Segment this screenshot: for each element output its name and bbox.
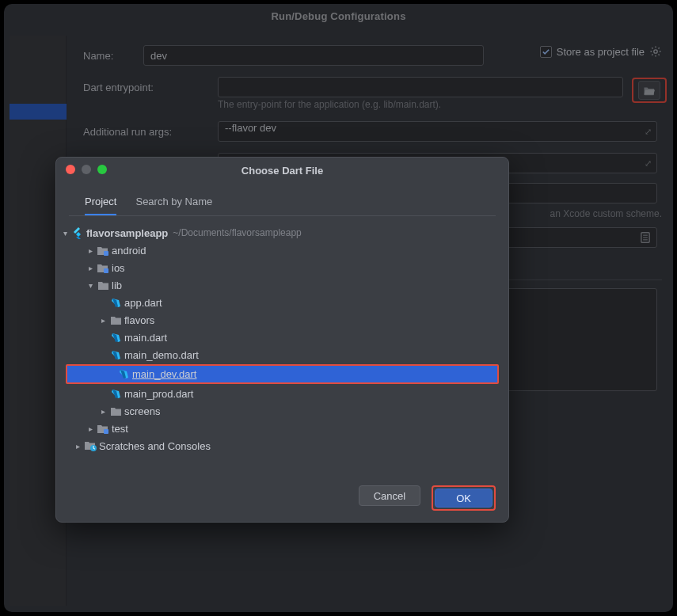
tree-item[interactable]: ▸flavors xyxy=(59,311,505,329)
tree-item[interactable]: ▸screens xyxy=(59,402,505,420)
dialog-title: Choose Dart File xyxy=(242,165,323,177)
tree-item[interactable]: main_demo.dart xyxy=(59,346,505,363)
ok-highlight: OK xyxy=(432,485,496,511)
tree-item[interactable]: main_prod.dart xyxy=(59,385,505,402)
cancel-button[interactable]: Cancel xyxy=(359,485,420,506)
minimize-icon xyxy=(82,165,91,174)
tab-search-by-name[interactable]: Search by Name xyxy=(135,191,212,215)
tree-item[interactable]: ▸test xyxy=(59,420,505,437)
ok-button[interactable]: OK xyxy=(435,489,493,508)
tree-item[interactable]: main_dev.dart xyxy=(67,366,497,382)
tree-item[interactable]: ▾lib xyxy=(59,276,505,294)
svg-rect-14 xyxy=(104,268,108,273)
choose-dart-file-dialog: Choose Dart File Project Search by Name … xyxy=(55,157,509,523)
tab-project[interactable]: Project xyxy=(85,191,116,215)
tree-selection-highlight: main_dev.dart xyxy=(66,364,499,384)
tree-item[interactable]: main.dart xyxy=(59,329,505,346)
zoom-icon[interactable] xyxy=(97,165,107,174)
tree-root[interactable]: ▾flavorsampleapp~/Documents/flavorsample… xyxy=(59,224,505,241)
dialog-tabs: Project Search by Name xyxy=(69,186,496,216)
tree-item[interactable]: ▸Scratches and Consoles xyxy=(59,437,505,454)
file-tree[interactable]: ▾flavorsampleapp~/Documents/flavorsample… xyxy=(56,216,508,476)
dialog-titlebar: Choose Dart File xyxy=(56,158,508,183)
close-icon[interactable] xyxy=(66,165,75,174)
svg-rect-15 xyxy=(104,429,108,434)
tree-item[interactable]: ▸android xyxy=(59,241,505,259)
tree-item[interactable]: app.dart xyxy=(59,294,505,311)
svg-rect-13 xyxy=(104,251,108,256)
tree-item[interactable]: ▸ios xyxy=(59,259,505,276)
